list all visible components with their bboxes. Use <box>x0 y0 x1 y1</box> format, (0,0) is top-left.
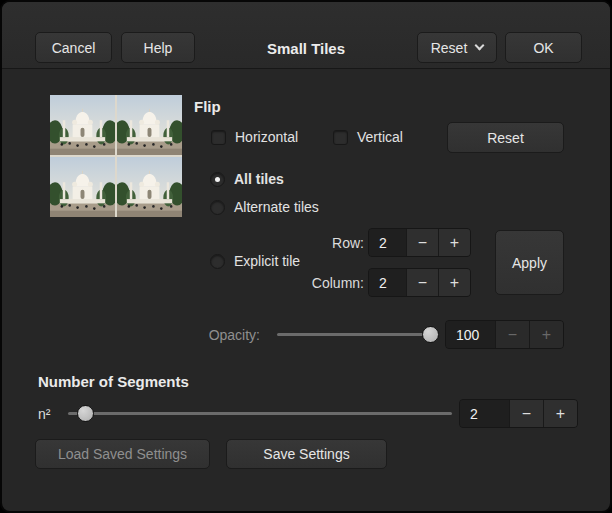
all-tiles-radio[interactable]: All tiles <box>210 171 284 187</box>
column-minus-button[interactable]: − <box>406 269 438 296</box>
opacity-slider-handle[interactable] <box>422 326 439 343</box>
slider-track <box>68 412 452 415</box>
row-spinner: 2 − + <box>368 228 471 257</box>
opacity-label: Opacity: <box>190 327 260 343</box>
segments-slider-handle[interactable] <box>77 405 94 422</box>
opacity-spinner: 100 − + <box>445 320 564 349</box>
reset-dropdown-button[interactable]: Reset <box>417 32 497 63</box>
row-minus-button[interactable]: − <box>406 229 438 256</box>
row-value[interactable]: 2 <box>369 229 406 256</box>
flip-reset-button[interactable]: Reset <box>447 122 564 153</box>
segments-slider[interactable] <box>68 405 452 422</box>
horizontal-checkbox-label: Horizontal <box>235 129 298 145</box>
load-saved-settings-button[interactable]: Load Saved Settings <box>35 439 210 469</box>
opacity-minus-button[interactable]: − <box>495 321 529 348</box>
alternate-tiles-radio[interactable]: Alternate tiles <box>210 199 319 215</box>
dialog-title: Small Tiles <box>267 40 345 57</box>
segments-symbol-label: n² <box>38 406 50 422</box>
radio-icon <box>210 254 225 269</box>
segments-spinner: 2 − + <box>459 399 578 428</box>
row-label: Row: <box>318 235 364 251</box>
headerbar: Cancel Help Small Tiles Reset OK <box>2 2 610 69</box>
radio-selected-icon <box>210 172 225 187</box>
chevron-down-icon <box>475 41 485 51</box>
preview-tile <box>117 157 182 217</box>
horizontal-checkbox[interactable]: Horizontal <box>211 129 298 145</box>
explicit-tile-label: Explicit tile <box>234 253 300 269</box>
help-button[interactable]: Help <box>121 32 195 63</box>
preview-tile <box>50 95 115 155</box>
segments-minus-button[interactable]: − <box>509 400 543 427</box>
opacity-value[interactable]: 100 <box>446 321 495 348</box>
cancel-button[interactable]: Cancel <box>35 32 112 63</box>
all-tiles-label: All tiles <box>234 171 284 187</box>
apply-button[interactable]: Apply <box>495 230 564 295</box>
preview-image <box>50 95 182 217</box>
small-tiles-dialog: Cancel Help Small Tiles Reset OK Flip Ho… <box>0 0 612 513</box>
column-plus-button[interactable]: + <box>438 269 470 296</box>
checkbox-icon <box>333 130 348 145</box>
vertical-checkbox[interactable]: Vertical <box>333 129 403 145</box>
column-label: Column: <box>298 275 364 291</box>
ok-button[interactable]: OK <box>505 32 582 63</box>
column-spinner: 2 − + <box>368 268 471 297</box>
slider-track <box>277 333 439 336</box>
opacity-plus-button[interactable]: + <box>529 321 563 348</box>
vertical-checkbox-label: Vertical <box>357 129 403 145</box>
reset-dropdown-label: Reset <box>431 40 468 56</box>
row-plus-button[interactable]: + <box>438 229 470 256</box>
segments-section-label: Number of Segments <box>38 373 189 390</box>
save-settings-button[interactable]: Save Settings <box>226 439 387 469</box>
checkbox-icon <box>211 130 226 145</box>
preview-tile <box>50 157 115 217</box>
flip-section-label: Flip <box>194 98 221 115</box>
radio-icon <box>210 200 225 215</box>
alternate-tiles-label: Alternate tiles <box>234 199 319 215</box>
segments-plus-button[interactable]: + <box>543 400 577 427</box>
column-value[interactable]: 2 <box>369 269 406 296</box>
explicit-tile-radio[interactable]: Explicit tile <box>210 253 300 269</box>
preview-tile <box>117 95 182 155</box>
opacity-slider[interactable] <box>277 326 439 343</box>
segments-value[interactable]: 2 <box>460 400 509 427</box>
